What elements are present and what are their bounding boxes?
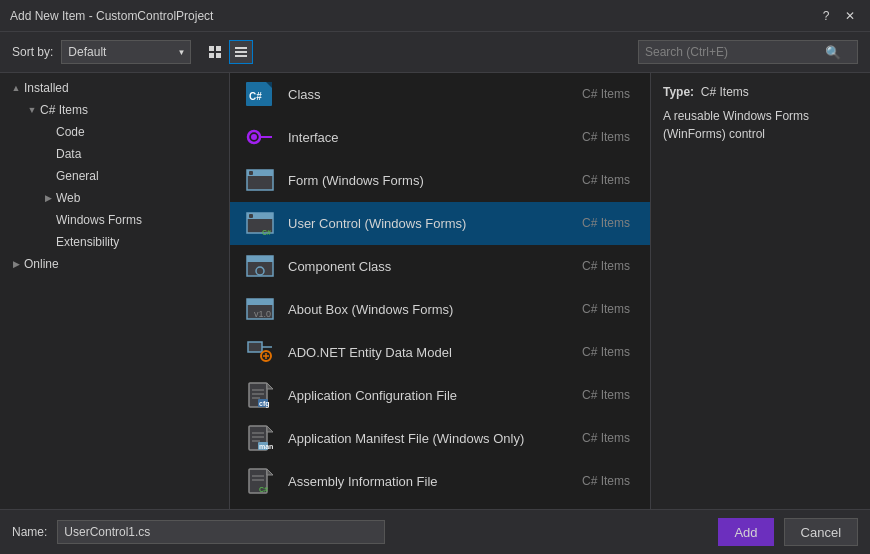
svg-rect-2 xyxy=(209,53,214,58)
item-icon-interface xyxy=(242,121,278,153)
item-name: Interface xyxy=(288,130,582,145)
svg-rect-1 xyxy=(216,46,221,51)
list-view-button[interactable] xyxy=(229,40,253,64)
grid-icon xyxy=(208,45,222,59)
expand-icon xyxy=(40,124,56,140)
item-icon-class: C# xyxy=(242,78,278,110)
name-input[interactable] xyxy=(57,520,385,544)
svg-point-12 xyxy=(251,134,257,140)
expand-icon xyxy=(40,168,56,184)
item-tag: C# Items xyxy=(582,345,630,359)
type-label: Type: C# Items xyxy=(663,85,858,99)
sidebar-item-code[interactable]: Code xyxy=(0,121,229,143)
sidebar-item-label: Online xyxy=(24,257,59,271)
expand-icon: ▶ xyxy=(40,190,56,206)
sidebar-item-label: Extensibility xyxy=(56,235,119,249)
item-icon-manifest: man xyxy=(242,422,278,454)
item-name: Component Class xyxy=(288,259,582,274)
dialog-title: Add New Item - CustomControlProject xyxy=(10,9,213,23)
item-row-selected[interactable]: C# User Control (Windows Forms) C# Items xyxy=(230,202,650,245)
svg-text:C#: C# xyxy=(249,91,262,102)
item-tag: C# Items xyxy=(582,474,630,488)
item-row[interactable]: man Application Manifest File (Windows O… xyxy=(230,417,650,460)
type-prefix: Type: xyxy=(663,85,694,99)
sidebar-item-label: Web xyxy=(56,191,80,205)
expand-icon xyxy=(40,234,56,250)
close-button[interactable]: ✕ xyxy=(840,6,860,26)
item-row[interactable]: v1.0 About Box (Windows Forms) C# Items xyxy=(230,288,650,331)
item-icon-aboutbox: v1.0 xyxy=(242,293,278,325)
svg-rect-21 xyxy=(247,256,273,262)
svg-rect-3 xyxy=(216,53,221,58)
search-input[interactable] xyxy=(645,45,825,59)
item-row[interactable]: cfg Application Configuration File C# It… xyxy=(230,374,650,417)
sidebar-item-online[interactable]: ▶ Online xyxy=(0,253,229,275)
item-icon-adonet xyxy=(242,336,278,368)
sidebar-item-csharp[interactable]: ▼ C# Items xyxy=(0,99,229,121)
search-icon: 🔍 xyxy=(825,45,841,60)
sidebar-item-web[interactable]: ▶ Web xyxy=(0,187,229,209)
item-name: About Box (Windows Forms) xyxy=(288,302,582,317)
sidebar-item-windows-forms[interactable]: Windows Forms xyxy=(0,209,229,231)
svg-text:C#: C# xyxy=(259,486,268,493)
add-button[interactable]: Add xyxy=(718,518,773,546)
type-name: C# Items xyxy=(701,85,749,99)
svg-rect-18 xyxy=(249,214,253,218)
item-tag: C# Items xyxy=(582,130,630,144)
name-label: Name: xyxy=(12,525,47,539)
item-row[interactable]: C# Class C# Items xyxy=(230,73,650,116)
item-name: Application Manifest File (Windows Only) xyxy=(288,431,582,446)
sidebar-item-data[interactable]: Data xyxy=(0,143,229,165)
sidebar-item-label: C# Items xyxy=(40,103,88,117)
item-icon-config: cfg xyxy=(242,379,278,411)
search-box: 🔍 xyxy=(638,40,858,64)
item-row[interactable]: C# Assembly Information File C# Items xyxy=(230,460,650,503)
title-bar: Add New Item - CustomControlProject ? ✕ xyxy=(0,0,870,32)
sidebar: ▲ Installed ▼ C# Items Code Data General… xyxy=(0,73,230,509)
expand-icon: ▶ xyxy=(8,256,24,272)
item-row[interactable]: ADO.NET Entity Data Model C# Items xyxy=(230,331,650,374)
item-row[interactable]: Interface C# Items xyxy=(230,116,650,159)
svg-rect-0 xyxy=(209,46,214,51)
sidebar-item-installed[interactable]: ▲ Installed xyxy=(0,77,229,99)
grid-view-button[interactable] xyxy=(203,40,227,64)
item-name: Assembly Information File xyxy=(288,474,582,489)
item-row[interactable]: Component Class C# Items xyxy=(230,245,650,288)
sidebar-item-extensibility[interactable]: Extensibility xyxy=(0,231,229,253)
sidebar-item-label: General xyxy=(56,169,99,183)
svg-text:v1.0: v1.0 xyxy=(254,309,271,319)
item-row[interactable]: Form (Windows Forms) C# Items xyxy=(230,159,650,202)
svg-rect-15 xyxy=(249,171,253,175)
right-panel: Type: C# Items A reusable Windows Forms … xyxy=(650,73,870,509)
item-icon-assembly: C# xyxy=(242,465,278,497)
item-icon-component xyxy=(242,250,278,282)
item-tag: C# Items xyxy=(582,259,630,273)
sort-label: Sort by: xyxy=(12,45,53,59)
sort-select[interactable]: Default xyxy=(61,40,191,64)
title-controls: ? ✕ xyxy=(816,6,860,26)
sidebar-item-label: Windows Forms xyxy=(56,213,142,227)
sidebar-item-general[interactable]: General xyxy=(0,165,229,187)
expand-icon: ▲ xyxy=(8,80,24,96)
item-name: Application Configuration File xyxy=(288,388,582,403)
bottom-bar: Name: Add Cancel xyxy=(0,509,870,554)
item-name: Class xyxy=(288,87,582,102)
item-tag: C# Items xyxy=(582,173,630,187)
item-icon-form xyxy=(242,164,278,196)
list-icon xyxy=(234,45,248,59)
item-name: User Control (Windows Forms) xyxy=(288,216,582,231)
sidebar-item-label: Installed xyxy=(24,81,69,95)
svg-rect-5 xyxy=(235,51,247,53)
expand-icon xyxy=(40,212,56,228)
cancel-button[interactable]: Cancel xyxy=(784,518,858,546)
toolbar: Sort by: Default xyxy=(0,32,870,73)
help-button[interactable]: ? xyxy=(816,6,836,26)
item-name: Form (Windows Forms) xyxy=(288,173,582,188)
svg-rect-6 xyxy=(235,55,247,57)
sidebar-item-label: Data xyxy=(56,147,81,161)
item-tag: C# Items xyxy=(582,87,630,101)
svg-rect-4 xyxy=(235,47,247,49)
item-tag: C# Items xyxy=(582,216,630,230)
svg-text:man: man xyxy=(259,443,273,450)
item-name: ADO.NET Entity Data Model xyxy=(288,345,582,360)
